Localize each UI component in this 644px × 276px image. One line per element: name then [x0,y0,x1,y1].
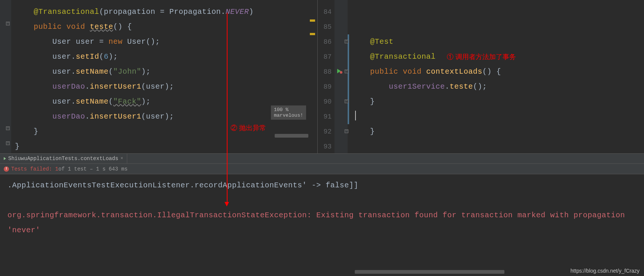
tests-summary: of 1 test – 1 s 643 ms [58,166,128,172]
close-icon[interactable]: × [120,156,123,161]
code-line [351,109,644,124]
code-line: } [351,124,644,139]
right-editor-pane[interactable]: 84 85 86 87 88 89 90 91 92 93 @Test @Tra… [317,0,644,153]
fold-icon[interactable] [345,40,348,43]
code-line: user1Service.teste(); [351,79,644,94]
text-caret [355,111,356,120]
code-line: public void contextLoads() { [351,64,644,79]
editor-split-view: @Transactional(propagation = Propagation… [0,0,644,153]
test-status-bar: ! Tests failed: 1 of 1 test – 1 s 643 ms [0,164,644,174]
horizontal-scrollbar[interactable] [275,134,308,138]
code-status-popup: 100 % marvelous! [271,105,306,120]
run-tab-label: ShiuwuApplicationTests.contextLoads [8,156,118,162]
code-line: user.setName("John"); [15,64,317,79]
line-numbers: 84 85 86 87 88 89 90 91 92 93 [318,0,335,153]
code-line: @Test [351,34,644,49]
code-line [351,4,644,19]
diff-marker-icon[interactable] [310,19,315,22]
annotation-arrow-line [227,13,228,202]
fail-icon: ! [4,166,9,172]
diff-marker-icon[interactable] [310,33,315,35]
annotation-callout-1: ① 调用者方法加了事务 [447,52,516,61]
code-line: public void teste() { [15,19,317,34]
watermark-text: https://blog.csdn.net/y_fCrazy [571,268,640,274]
run-tab[interactable]: ShiuwuApplicationTests.contextLoads × [0,154,127,163]
horizontal-scrollbar[interactable] [355,270,504,274]
fold-icon[interactable] [345,70,348,73]
run-arrow-icon [4,157,6,160]
console-line: .ApplicationEventsTestExecutionListener.… [7,178,637,193]
left-code[interactable]: @Transactional(propagation = Propagation… [0,0,317,153]
fold-icon[interactable] [6,22,10,25]
code-line [351,139,644,153]
left-editor-pane[interactable]: @Transactional(propagation = Propagation… [0,0,317,153]
code-line: } [351,94,644,109]
code-line: } [15,124,317,139]
test-fail-dot-icon [340,71,342,74]
fold-icon[interactable] [345,129,348,133]
console-output[interactable]: .ApplicationEventsTestExecutionListener.… [0,174,644,242]
code-line: User user = new User(); [15,34,317,49]
code-line [351,19,644,34]
fold-icon[interactable] [6,126,10,130]
annotation-arrow-head-icon [225,202,229,206]
code-line: @Transactional(propagation = Propagation… [15,4,317,19]
code-line: userDao.insertUser1(user); [15,79,317,94]
vcs-change-bar[interactable] [348,34,349,124]
tests-failed-count: Tests failed: 1 [11,166,58,172]
fold-icon[interactable] [6,141,10,145]
run-tab-bar: ShiuwuApplicationTests.contextLoads × [0,153,644,164]
annotation-callout-2: ② 抛出异常 [231,123,266,132]
right-code[interactable]: @Test @Transactional public void context… [318,0,644,153]
console-blank [7,193,637,208]
fold-icon[interactable] [345,99,348,103]
code-line: } [15,139,317,153]
console-error-line: org.springframework.transaction.IllegalT… [7,208,637,238]
code-line: user.setId(6); [15,49,317,64]
